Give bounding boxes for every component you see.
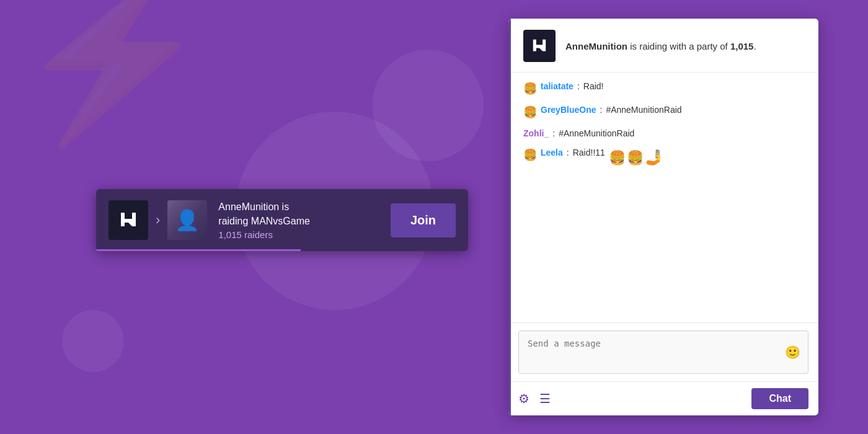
raid-desc-line2: raiding MANvsGame — [218, 216, 310, 226]
raid-notification-card: › AnneMunition is raiding MANvsGame 1,01… — [96, 189, 468, 251]
bg-circle-3 — [62, 310, 124, 372]
chat-separator: : — [600, 104, 602, 117]
chat-message-text: #AnneMunitionRaid — [606, 104, 681, 117]
chat-raid-streamer-name: AnneMunition — [565, 41, 627, 51]
chat-emote-burger2: 🍔 — [627, 148, 644, 168]
chat-footer: ⚙ ☰ Chat — [508, 381, 818, 415]
chat-separator: : — [567, 146, 569, 159]
chat-raid-party-count: 1,015 — [730, 41, 754, 51]
chat-send-button[interactable]: Chat — [751, 388, 808, 409]
chat-message: Zohli_: #AnneMunitionRaid — [523, 127, 806, 140]
chat-emote-burger1: 🍔 — [609, 148, 626, 168]
raid-card-description: AnneMunition is raiding MANvsGame — [218, 200, 378, 228]
chat-username: Leela — [541, 146, 563, 159]
emoji-picker-icon[interactable]: 🙂 — [785, 345, 800, 360]
join-raid-button[interactable]: Join — [391, 203, 456, 237]
chat-username: GreyBlueOne — [541, 104, 596, 117]
chat-raid-message-before: is raiding with a party of — [627, 41, 730, 51]
chat-badge-emoji: 🍔 — [523, 81, 537, 97]
chat-separator: : — [577, 80, 580, 93]
chat-badge-emoji: 🍔 — [523, 147, 537, 164]
chat-input-wrapper: 🙂 — [518, 330, 808, 374]
chat-panel: AnneMunition is raiding with a party of … — [508, 19, 818, 415]
chat-input-area: 🙂 — [508, 322, 818, 381]
chat-message: 🍔 GreyBlueOne: #AnneMunitionRaid — [523, 104, 806, 121]
raid-card-streamer-logo — [108, 200, 148, 240]
raid-card-target-avatar — [167, 200, 207, 240]
raid-card-progress-bar — [96, 249, 301, 251]
bg-circle-2 — [372, 50, 484, 161]
list-icon[interactable]: ☰ — [539, 391, 551, 406]
chat-message: 🍔 taliatate: Raid! — [523, 80, 806, 97]
raid-card-avatar-image — [167, 200, 207, 240]
chat-message-text: Raid! — [583, 80, 604, 93]
chat-username-purple: Zohli_ — [523, 127, 549, 140]
chat-username: taliatate — [541, 80, 574, 93]
chat-raid-banner: AnneMunition is raiding with a party of … — [508, 19, 818, 73]
raid-card-arrow-icon: › — [156, 212, 160, 228]
raid-card-info: AnneMunition is raiding MANvsGame 1,015 … — [207, 200, 378, 240]
chat-separator: : — [552, 127, 555, 140]
chat-footer-icons: ⚙ ☰ — [518, 391, 551, 406]
raid-desc-line1: AnneMunition is — [218, 202, 289, 212]
chat-messages-area: 🍔 taliatate: Raid! 🍔 GreyBlueOne: #AnneM… — [508, 73, 818, 322]
chat-badge-emoji: 🍔 — [523, 104, 537, 121]
chat-raid-banner-text: AnneMunition is raiding with a party of … — [565, 40, 756, 53]
bg-decorative-text: ⚡ — [12, 0, 207, 136]
chat-message-emotes: 🍔 🍔 🤳 — [609, 146, 663, 169]
chat-message-text: #AnneMunitionRaid — [559, 127, 634, 140]
chat-raid-logo — [523, 30, 556, 62]
chat-raid-message-after: . — [753, 41, 756, 51]
chat-message-input[interactable] — [519, 331, 808, 371]
chat-message: 🍔 Leela: Raid!!11 🍔 🍔 🤳 — [523, 146, 806, 169]
chat-emote-girl: 🤳 — [645, 146, 663, 169]
raid-card-raider-count: 1,015 raiders — [218, 229, 378, 240]
chat-message-text: Raid!!11 — [573, 146, 605, 159]
settings-icon[interactable]: ⚙ — [518, 391, 529, 406]
